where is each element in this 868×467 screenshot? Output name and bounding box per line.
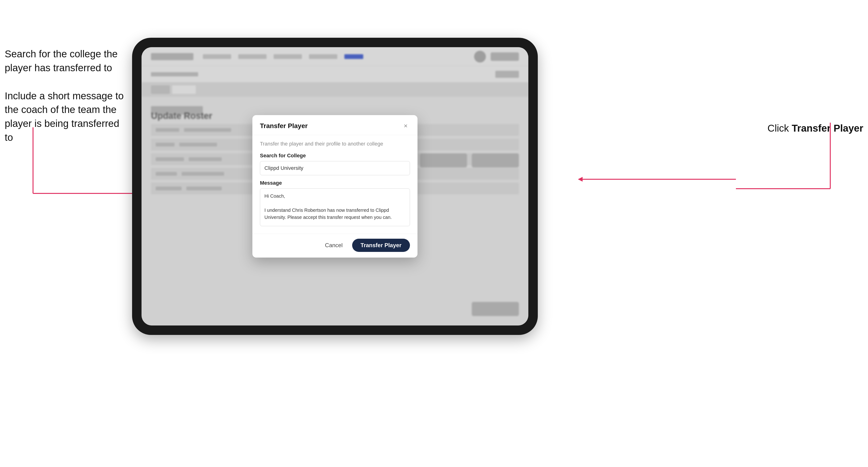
modal-description: Transfer the player and their profile to… bbox=[260, 141, 410, 147]
annotation-search-text: Search for the college the player has tr… bbox=[5, 47, 127, 75]
modal-close-button[interactable]: × bbox=[401, 122, 410, 130]
message-textarea[interactable]: Hi Coach, I understand Chris Robertson h… bbox=[260, 188, 410, 226]
modal-footer: Cancel Transfer Player bbox=[252, 234, 417, 257]
annotation-transfer-bold: Transfer Player bbox=[792, 123, 863, 134]
cancel-button[interactable]: Cancel bbox=[320, 240, 347, 251]
annotation-click-text: Click bbox=[768, 123, 792, 134]
transfer-player-button[interactable]: Transfer Player bbox=[352, 239, 410, 252]
modal-header: Transfer Player × bbox=[252, 115, 417, 135]
search-college-input[interactable] bbox=[260, 161, 410, 175]
modal-title: Transfer Player bbox=[260, 122, 308, 130]
annotation-message-text: Include a short message to the coach of … bbox=[5, 89, 127, 145]
svg-marker-3 bbox=[578, 177, 583, 182]
transfer-player-modal: Transfer Player × Transfer the player an… bbox=[252, 115, 417, 257]
modal-overlay: Transfer Player × Transfer the player an… bbox=[142, 47, 528, 325]
annotation-right: Click Transfer Player bbox=[768, 123, 863, 134]
tablet-screen: Update Roster Transfer Player × Transfer… bbox=[142, 47, 528, 325]
tablet-device: Update Roster Transfer Player × Transfer… bbox=[132, 38, 538, 335]
modal-body: Transfer the player and their profile to… bbox=[252, 135, 417, 234]
message-label: Message bbox=[260, 180, 410, 186]
search-college-label: Search for College bbox=[260, 153, 410, 159]
annotation-left: Search for the college the player has tr… bbox=[5, 47, 127, 159]
